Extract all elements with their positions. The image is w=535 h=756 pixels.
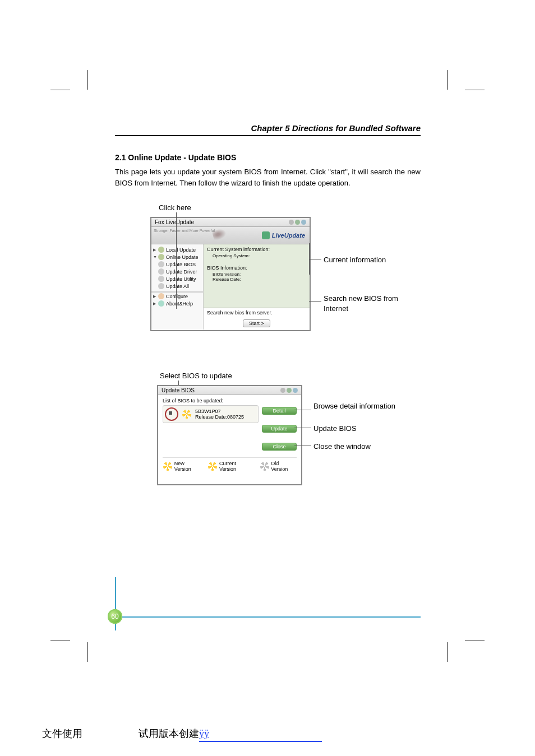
sidebar-item-label: Configure [166,294,188,299]
bios-info-label: BIOS Information: [207,265,306,271]
release-date-label: Release Date: [207,277,306,282]
sidebar-item-label: Update Driver [166,269,197,275]
star-icon [182,410,191,419]
callout-current-information: Current information [324,255,386,265]
operating-system-label: Operating System: [207,253,306,258]
callout-search-new-bios: Search new BIOS from Internet [324,294,421,314]
sidebar-item-label: Update BIOS [166,262,196,267]
footer-left-text: 文件使用 [42,727,82,740]
section-heading: 2.1 Online Update - Update BIOS [115,153,421,162]
liveupdate-icon [262,231,270,239]
callout-update-bios: Update BIOS [313,424,357,434]
sidebar-item-label: Online Update [166,254,199,260]
footer-right-prefix: 试用版本创建 [139,727,199,740]
sidebar-item-about-help[interactable]: ▶About&Help [151,300,203,307]
page-number: 60 [108,609,122,624]
sidebar-item-update-utility[interactable]: Update Utility [151,275,203,282]
document-footer: 文件使用 试用版本创建 ÿÿ [42,727,322,742]
window-controls[interactable] [280,388,298,393]
legend: New Version Current Version Old Version [163,457,297,472]
sidebar-item-online-update[interactable]: ▼Online Update [151,253,203,261]
bios-card[interactable]: 5B3W1P07 Release Date:080725 [163,405,259,423]
window-banner: Stronger,Faster and More Powerful LiveUp… [151,227,310,244]
search-row-label: Search new bios from server. [204,308,310,317]
sidebar-item-label: About&Help [166,301,193,307]
window-title-bar: Fox LiveUpdate [151,218,310,227]
star-icon [163,462,172,471]
window-title-bar: Update BIOS [158,386,301,395]
sidebar-item-configure[interactable]: ▶Configure [151,293,203,300]
detail-button[interactable]: Detail [262,407,297,415]
current-system-info-label: Current System information: [207,247,306,252]
callout-close-window: Close the window [313,442,371,452]
window-controls[interactable] [289,220,306,225]
sidebar-item-local-update[interactable]: ▶Local Update [151,246,203,253]
sidebar-item-label: Update All [166,284,189,289]
start-button[interactable]: Start > [243,319,270,327]
footer-link[interactable]: ÿÿ [199,728,322,742]
sidebar-item-label: Update Utility [166,276,196,282]
sidebar-item-update-all[interactable]: Update All [151,282,203,290]
banner-tagline: Stronger,Faster and More Powerful [154,229,215,233]
page-content: Chapter 5 Directions for Bundled Softwar… [115,123,421,522]
chip-icon [165,407,178,421]
star-icon [208,462,217,471]
body-paragraph: This page lets you update your system BI… [115,166,421,189]
page-footer-ornament: 60 [87,602,421,642]
figure-2: Select BIOS to update Update BIOS List o… [115,371,421,500]
content-pane: Current System information: Operating Sy… [204,244,310,308]
callout-browse-detail: Browse detail information [313,401,395,411]
banner-brand: LiveUpdate [272,232,305,239]
sidebar-item-label: Local Update [166,247,196,253]
fig2-caption-top: Select BIOS to update [160,371,232,381]
legend-new: New Version [174,461,202,472]
bios-name: 5B3W1P07 [195,409,244,414]
close-button[interactable]: Close [262,443,297,451]
fig1-caption-top: Click here [159,203,191,213]
legend-current: Current Version [219,461,253,472]
star-icon [260,462,269,471]
chapter-header: Chapter 5 Directions for Bundled Softwar… [115,123,421,136]
sidebar-item-update-driver[interactable]: Update Driver [151,268,203,275]
sidebar: ▶Local Update ▼Online Update Update BIOS… [151,244,204,330]
update-bios-window: Update BIOS List of BIOS to be updated: … [157,385,302,485]
window-title: Update BIOS [162,387,195,393]
figure-1: Click here Fox LiveUpdate Stronger,Faste… [115,203,421,349]
liveupdate-window: Fox LiveUpdate Stronger,Faster and More … [150,217,311,331]
window-title: Fox LiveUpdate [155,219,194,225]
bios-release-date: Release Date:080725 [195,414,244,420]
list-label: List of BIOS to be updated: [163,398,297,403]
sidebar-item-update-bios[interactable]: Update BIOS [151,261,203,268]
legend-old: Old Version [271,461,297,472]
update-button[interactable]: Update [262,425,297,433]
bios-version-label: BIOS Version: [207,272,306,277]
